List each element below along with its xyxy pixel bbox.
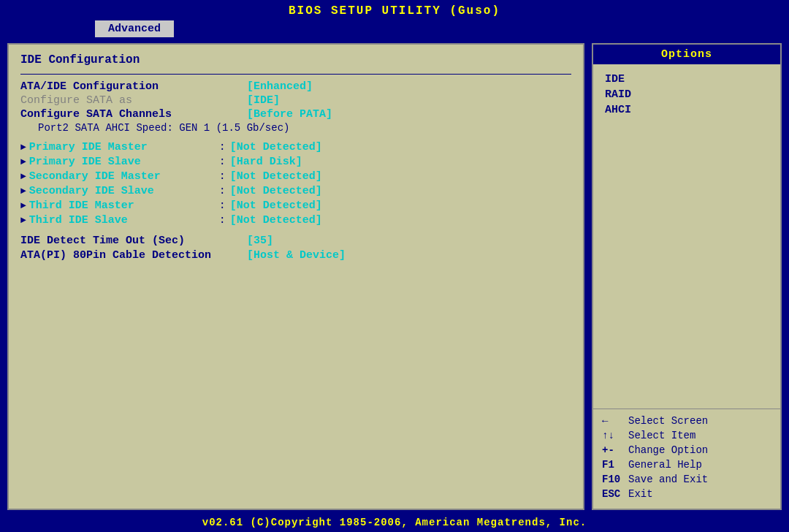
ide-colon: : — [219, 156, 226, 168]
options-title: Options — [593, 45, 780, 64]
help-row: ESC Exit — [602, 488, 771, 500]
help-section: ← Select Screen ↑↓ Select Item +- Change… — [593, 408, 780, 509]
help-desc: Select Screen — [628, 415, 708, 427]
ata-cable-row: ATA(PI) 80Pin Cable Detection [Host & De… — [20, 249, 571, 262]
detect-timeout-value: [35] — [247, 235, 273, 247]
ide-row-label[interactable]: Third IDE Master — [29, 200, 219, 212]
footer: v02.61 (C)Copyright 1985-2006, American … — [0, 513, 789, 532]
help-desc: General Help — [628, 459, 702, 471]
ide-row-value: [Hard Disk] — [230, 156, 302, 168]
ide-row: ► Primary IDE Master : [Not Detected] — [20, 141, 571, 153]
left-panel: IDE Configuration ATA/IDE Configuration … — [7, 43, 584, 510]
help-key: F1 — [602, 459, 628, 471]
ide-rows: ► Primary IDE Master : [Not Detected] ► … — [20, 141, 571, 227]
ide-row-value: [Not Detected] — [230, 141, 322, 153]
ide-arrow: ► — [20, 186, 26, 197]
help-row: ↑↓ Select Item — [602, 430, 771, 441]
help-key: ESC — [602, 488, 628, 500]
ide-arrow: ► — [20, 215, 26, 226]
port2-info: Port2 SATA AHCI Speed: GEN 1 (1.5 Gb/sec… — [20, 122, 571, 134]
ide-colon: : — [219, 200, 226, 212]
option-item[interactable]: RAID — [605, 88, 769, 101]
ide-arrow: ► — [20, 142, 26, 153]
ata-ide-value: [Enhanced] — [247, 80, 313, 93]
ide-row-value: [Not Detected] — [230, 214, 322, 227]
option-item[interactable]: IDE — [605, 73, 769, 86]
help-desc: Save and Exit — [628, 474, 708, 485]
ide-colon: : — [219, 214, 226, 227]
configure-channels-value: [Before PATA] — [247, 108, 332, 121]
help-key: ↑↓ — [602, 430, 628, 441]
tab-advanced[interactable]: Advanced — [95, 20, 174, 37]
options-list: IDERAIDAHCI — [593, 64, 780, 408]
ata-ide-row: ATA/IDE Configuration [Enhanced] — [20, 80, 571, 93]
help-desc: Change Option — [628, 444, 708, 456]
main-area: IDE Configuration ATA/IDE Configuration … — [0, 37, 789, 513]
ide-row: ► Third IDE Slave : [Not Detected] — [20, 214, 571, 227]
ide-row-label[interactable]: Primary IDE Master — [29, 141, 219, 153]
detect-timeout-label: IDE Detect Time Out (Sec) — [20, 235, 247, 247]
help-desc: Exit — [628, 488, 653, 500]
ide-arrow: ► — [20, 156, 26, 167]
ide-row-value: [Not Detected] — [230, 200, 322, 212]
section-title: IDE Configuration — [20, 53, 571, 66]
configure-channels-row: Configure SATA Channels [Before PATA] — [20, 108, 571, 121]
ide-row: ► Secondary IDE Master : [Not Detected] — [20, 170, 571, 183]
help-key: F10 — [602, 474, 628, 485]
ide-row-label[interactable]: Secondary IDE Master — [29, 170, 219, 183]
ide-colon: : — [219, 170, 226, 183]
nav-bar: Advanced — [0, 20, 789, 37]
ata-cable-value: [Host & Device] — [247, 249, 346, 262]
detect-timeout-row: IDE Detect Time Out (Sec) [35] — [20, 235, 571, 247]
help-row: F10 Save and Exit — [602, 474, 771, 485]
ide-row-label[interactable]: Primary IDE Slave — [29, 156, 219, 168]
ide-row-label[interactable]: Secondary IDE Slave — [29, 185, 219, 197]
ide-arrow: ► — [20, 200, 26, 211]
ide-row-value: [Not Detected] — [230, 170, 322, 183]
help-desc: Select Item — [628, 430, 695, 441]
ata-ide-label: ATA/IDE Configuration — [20, 80, 247, 93]
ide-colon: : — [219, 141, 226, 153]
help-key: +- — [602, 444, 628, 456]
configure-channels-label: Configure SATA Channels — [20, 108, 247, 121]
help-row: +- Change Option — [602, 444, 771, 456]
configure-sata-label: Configure SATA as — [20, 94, 247, 107]
ata-cable-label: ATA(PI) 80Pin Cable Detection — [20, 249, 247, 262]
configure-sata-row: Configure SATA as [IDE] — [20, 94, 571, 107]
help-row: F1 General Help — [602, 459, 771, 471]
ide-row: ► Primary IDE Slave : [Hard Disk] — [20, 156, 571, 168]
ide-row-label[interactable]: Third IDE Slave — [29, 214, 219, 227]
bios-title: BIOS SETUP UTILITY (Guso) — [0, 0, 789, 20]
configure-sata-value: [IDE] — [247, 94, 280, 107]
option-item[interactable]: AHCI — [605, 104, 769, 116]
help-row: ← Select Screen — [602, 415, 771, 427]
ide-row: ► Secondary IDE Slave : [Not Detected] — [20, 185, 571, 197]
ide-row-value: [Not Detected] — [230, 185, 322, 197]
ide-colon: : — [219, 185, 226, 197]
right-panel: Options IDERAIDAHCI ← Select Screen ↑↓ S… — [592, 43, 782, 510]
ide-arrow: ► — [20, 171, 26, 182]
ide-row: ► Third IDE Master : [Not Detected] — [20, 200, 571, 212]
help-key: ← — [602, 415, 628, 427]
